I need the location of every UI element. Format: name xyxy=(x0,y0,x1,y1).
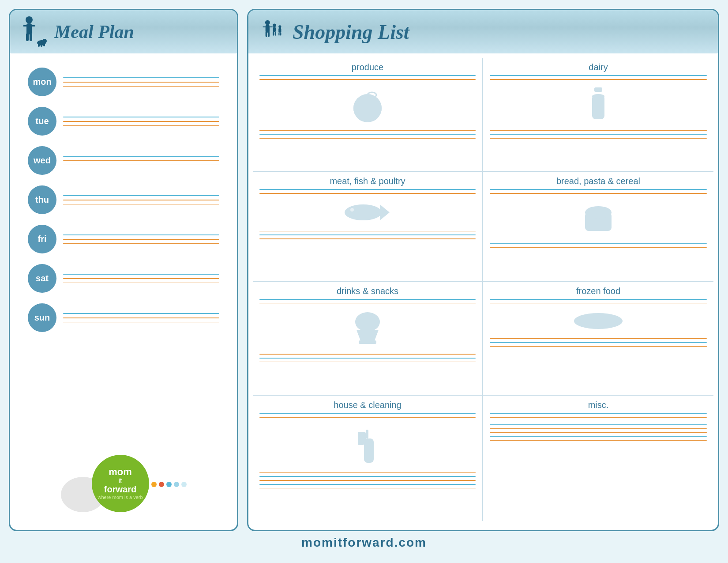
day-row-wed: wed xyxy=(19,141,228,180)
line xyxy=(63,156,219,157)
day-lines-tue xyxy=(63,117,219,126)
logo-dots-area xyxy=(151,480,187,487)
svg-rect-23 xyxy=(278,32,279,35)
svg-rect-16 xyxy=(268,31,270,37)
day-circle-wed: wed xyxy=(28,146,56,175)
day-lines-mon xyxy=(63,77,219,87)
day-circle-fri: fri xyxy=(28,225,56,253)
svg-rect-4 xyxy=(26,33,29,41)
dot-blue2 xyxy=(174,482,179,487)
days-list: mon tue xyxy=(10,58,237,446)
apple-icon xyxy=(259,85,476,125)
logo-area: mom it forward where mom is a verb xyxy=(10,446,237,521)
line xyxy=(63,125,219,126)
day-row-mon: mon xyxy=(19,62,228,102)
line xyxy=(63,239,219,240)
day-row-fri: fri xyxy=(19,219,228,259)
drinks-label: drinks & snacks xyxy=(259,286,476,296)
house-label: house & cleaning xyxy=(259,400,476,410)
meal-plan-panel: Meal Plan mon tue xyxy=(9,9,238,531)
meat-lines xyxy=(259,189,476,239)
svg-point-32 xyxy=(345,204,382,220)
line xyxy=(63,160,219,161)
line xyxy=(63,243,219,244)
line xyxy=(63,77,219,78)
day-circle-tue: tue xyxy=(28,107,56,136)
logo-it: it xyxy=(119,477,122,484)
svg-rect-19 xyxy=(273,32,274,36)
svg-point-34 xyxy=(350,208,354,212)
day-circle-mon: mon xyxy=(28,68,56,96)
spray-icon xyxy=(259,423,476,467)
day-row-sun: sun xyxy=(19,298,228,337)
svg-rect-22 xyxy=(278,28,281,32)
shopping-grid: produce xyxy=(248,58,718,521)
dairy-lines xyxy=(490,75,707,139)
day-row-sat: sat xyxy=(19,259,228,298)
line xyxy=(63,317,219,318)
line xyxy=(63,313,219,314)
cupcake-icon xyxy=(259,309,476,348)
logo-dots xyxy=(151,482,187,487)
svg-rect-15 xyxy=(266,31,267,37)
logo-forward: forward xyxy=(104,484,136,494)
day-lines-sun xyxy=(63,313,219,322)
svg-rect-39 xyxy=(359,340,376,344)
line xyxy=(63,121,219,122)
line xyxy=(63,200,219,200)
frozen-lines xyxy=(490,299,707,347)
svg-rect-2 xyxy=(23,25,27,26)
line xyxy=(63,165,219,166)
meat-label: meat, fish & poultry xyxy=(259,176,476,186)
bread-icon xyxy=(490,199,707,234)
line xyxy=(63,195,219,196)
svg-rect-18 xyxy=(273,27,276,32)
misc-label: misc. xyxy=(490,400,707,410)
day-row-thu: thu xyxy=(19,180,228,219)
produce-label: produce xyxy=(259,62,476,72)
main-content: Meal Plan mon tue xyxy=(9,9,719,531)
day-lines-sat xyxy=(63,274,219,283)
section-meat: meat, fish & poultry xyxy=(253,172,483,281)
svg-point-40 xyxy=(574,313,623,329)
section-frozen: frozen food xyxy=(483,282,713,396)
dot-blue3 xyxy=(181,482,187,487)
line xyxy=(63,204,219,205)
footer: momitforward.com xyxy=(9,531,719,554)
section-misc: misc. xyxy=(483,396,713,521)
day-lines-wed xyxy=(63,156,219,165)
meal-plan-banner: Meal Plan xyxy=(10,10,237,53)
section-dairy: dairy xyxy=(483,58,713,172)
svg-point-36 xyxy=(585,206,612,219)
day-row-tue: tue xyxy=(19,102,228,141)
line xyxy=(63,274,219,275)
logo-mom: mom xyxy=(109,467,132,477)
svg-marker-38 xyxy=(356,330,379,342)
line xyxy=(63,86,219,87)
dot-blue1 xyxy=(166,482,172,487)
line xyxy=(63,117,219,117)
meal-plan-title: Meal Plan xyxy=(54,21,134,42)
section-drinks: drinks & snacks xyxy=(253,282,483,396)
fish-icon xyxy=(259,199,476,226)
svg-rect-8 xyxy=(38,43,40,47)
dot-orange xyxy=(151,482,157,487)
shopping-list-panel: Shopping List produce xyxy=(247,9,719,531)
produce-lines xyxy=(259,75,476,139)
svg-rect-14 xyxy=(270,26,273,27)
svg-rect-13 xyxy=(263,26,266,27)
svg-rect-10 xyxy=(43,43,45,46)
house-lines xyxy=(259,413,476,488)
line xyxy=(63,82,219,83)
svg-rect-24 xyxy=(280,32,281,35)
line xyxy=(63,283,219,283)
svg-rect-31 xyxy=(592,95,604,119)
page-wrapper: Meal Plan mon tue xyxy=(0,0,728,563)
line xyxy=(63,278,219,279)
dairy-label: dairy xyxy=(490,62,707,72)
day-circle-sun: sun xyxy=(28,303,56,332)
svg-rect-12 xyxy=(266,25,270,32)
frozen-icon xyxy=(490,309,707,333)
svg-rect-20 xyxy=(275,32,276,36)
day-circle-sat: sat xyxy=(28,264,56,293)
